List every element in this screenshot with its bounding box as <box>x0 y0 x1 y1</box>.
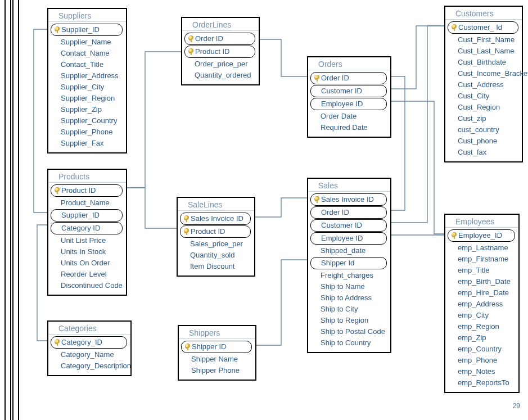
field-sales-invoice-id[interactable]: Sales Invoice ID <box>180 213 251 225</box>
table-orders[interactable]: Orders Order IDCustomer IDEmployee IDOrd… <box>307 56 391 138</box>
field-supplier-city[interactable]: Supplier_City <box>48 82 126 93</box>
field-supplier-id[interactable]: Supplier_ID <box>51 24 123 36</box>
field-sales-price-per[interactable]: Sales_price_per <box>178 238 254 250</box>
field-cust-city[interactable]: Cust_City <box>445 91 522 102</box>
field-ship-to-country[interactable]: Ship to Country <box>308 337 390 349</box>
field-contact-title[interactable]: Contact_Title <box>48 59 126 70</box>
table-fields: Shipper IDShipper NameShipper Phone <box>179 339 255 380</box>
field-cust-birthdate[interactable]: Cust_Birthdate <box>445 57 522 68</box>
field-ship-to-address[interactable]: Ship to Address <box>308 292 390 304</box>
field-order-date[interactable]: Order Date <box>308 111 390 122</box>
field-order-id[interactable]: Order ID <box>184 33 255 45</box>
field-shipper-phone[interactable]: Shipper Phone <box>179 365 255 376</box>
field-employee-id[interactable]: Employee ID <box>310 232 387 245</box>
field-emp-hire-date[interactable]: emp_Hire_Date <box>445 287 518 299</box>
field-emp-birth-date[interactable]: emp_Birth_Date <box>445 276 518 287</box>
field-shipper-id[interactable]: Shipper Id <box>310 257 387 269</box>
field-employee-id[interactable]: Employee_ID <box>448 229 515 242</box>
table-sales[interactable]: Sales Sales Invoice IDOrder IDCustomer I… <box>307 178 391 353</box>
field-quantity-sold[interactable]: Quantity_sold <box>178 250 254 261</box>
field-cust-fax[interactable]: Cust_fax <box>445 147 522 158</box>
field-supplier-name[interactable]: Supplier_Name <box>48 37 126 48</box>
field-item-discount[interactable]: Item Discount <box>178 261 254 272</box>
table-products[interactable]: Products Product IDProduct_NameSupplier_… <box>47 169 127 296</box>
field-product-id[interactable]: Product ID <box>51 184 123 197</box>
field-label: emp_Hire_Date <box>458 288 509 297</box>
field-supplier-region[interactable]: Supplier_Region <box>48 93 126 104</box>
field-cust-phone[interactable]: Cust_phone <box>445 136 522 147</box>
field-label: Ship to Name <box>321 282 365 291</box>
field-cust-last-name[interactable]: Cust_Last_Name <box>445 46 522 57</box>
table-categories[interactable]: Categories Category_IDCategory_NameCateg… <box>47 320 132 376</box>
field-required-date[interactable]: Required Date <box>308 122 390 133</box>
field-label: Product_Name <box>61 198 110 207</box>
field-employee-id[interactable]: Employee ID <box>310 98 387 110</box>
field-category-id[interactable]: Category_ID <box>51 336 127 349</box>
field-emp-lastname[interactable]: emp_Lastname <box>445 242 518 254</box>
field-shipped-date[interactable]: Shipped_date <box>308 245 390 256</box>
table-suppliers[interactable]: Suppliers Supplier_IDSupplier_NameContac… <box>47 8 127 153</box>
field-ship-to-city[interactable]: Ship to City <box>308 304 390 315</box>
field-ship-to-postal-code[interactable]: Ship to Postal Code <box>308 326 390 337</box>
field-cust-zip[interactable]: Cust_zip <box>445 113 522 124</box>
field-order-id[interactable]: Order ID <box>310 206 387 219</box>
table-orderlines[interactable]: OrderLines Order IDProduct IDOrder_price… <box>181 17 260 85</box>
field-product-name[interactable]: Product_Name <box>48 197 126 209</box>
field-contact-name[interactable]: Contact_Name <box>48 48 126 59</box>
field-label: Customer_ Id <box>458 23 502 31</box>
field-emp-reportsto[interactable]: emp_ReportsTo <box>445 377 518 389</box>
field-emp-region[interactable]: emp_Region <box>445 321 518 332</box>
field-emp-country[interactable]: emp_Country <box>445 344 518 355</box>
field-label: Quantity_sold <box>190 251 235 259</box>
field-supplier-country[interactable]: Supplier_Country <box>48 115 126 127</box>
field-units-in-stock[interactable]: Units In Stock <box>48 246 126 258</box>
field-emp-firstname[interactable]: emp_Firstname <box>445 254 518 265</box>
field-shipper-name[interactable]: Shipper Name <box>179 354 255 365</box>
field-emp-phone[interactable]: emp_Phone <box>445 355 518 366</box>
field-order-id[interactable]: Order ID <box>310 72 387 84</box>
field-shipper-id[interactable]: Shipper ID <box>181 341 252 353</box>
field-order-price-per[interactable]: Order_price_per <box>182 58 259 70</box>
field-label: emp_Region <box>458 322 499 331</box>
field-product-id[interactable]: Product ID <box>184 46 255 58</box>
field-customer-id[interactable]: Customer ID <box>310 85 387 97</box>
field-discontinued-code[interactable]: Discontinued Code <box>48 280 126 291</box>
field-cust-country[interactable]: cust_country <box>445 124 522 136</box>
field-emp-city[interactable]: emp_City <box>445 310 518 321</box>
field-category-id[interactable]: Category ID <box>51 222 123 234</box>
field-ship-to-name[interactable]: Ship to Name <box>308 281 390 292</box>
field-sales-invoice-id[interactable]: Sales Invoice ID <box>310 193 387 206</box>
field-supplier-fax[interactable]: Supplier_Fax <box>48 138 126 149</box>
table-customers[interactable]: Customers Customer_ IdCust_First_NameCus… <box>444 6 523 162</box>
table-title: Sales <box>308 179 390 192</box>
field-cust-address[interactable]: Cust_Address <box>445 79 522 91</box>
field-supplier-address[interactable]: Supplier_Address <box>48 70 126 82</box>
field-cust-region[interactable]: Cust_Region <box>445 102 522 113</box>
table-shippers[interactable]: Shippers Shipper IDShipper NameShipper P… <box>178 325 256 381</box>
field-reorder-level[interactable]: Reorder Level <box>48 269 126 280</box>
field-category-description[interactable]: Category_Description <box>48 360 130 372</box>
field-supplier-zip[interactable]: Supplier_Zip <box>48 104 126 115</box>
field-label: Ship to Address <box>321 293 372 302</box>
table-title: Employees <box>445 215 518 228</box>
table-salelines[interactable]: SaleLines Sales Invoice IDProduct IDSale… <box>177 197 255 277</box>
field-units-on-order[interactable]: Units On Order <box>48 258 126 269</box>
field-freight-charges[interactable]: Freight_charges <box>308 270 390 281</box>
field-unit-list-price[interactable]: Unit List Price <box>48 235 126 246</box>
field-emp-zip[interactable]: emp_Zip <box>445 332 518 344</box>
field-cust-first-name[interactable]: Cust_First_Name <box>445 34 522 46</box>
field-emp-title[interactable]: emp_Title <box>445 265 518 276</box>
field-emp-address[interactable]: emp_Address <box>445 299 518 310</box>
field-emp-notes[interactable]: emp_Notes <box>445 366 518 377</box>
field-supplier-phone[interactable]: Supplier_Phone <box>48 127 126 138</box>
field-supplier-id[interactable]: Supplier_ID <box>51 209 123 222</box>
field-cust-income-bracket[interactable]: Cust_Income_Bracket <box>445 68 522 79</box>
field-customer-id[interactable]: Customer ID <box>310 219 387 232</box>
field-ship-to-region[interactable]: Ship to Region <box>308 315 390 326</box>
field-customer-id[interactable]: Customer_ Id <box>448 21 518 34</box>
page-number: 29 <box>513 402 520 410</box>
field-product-id[interactable]: Product ID <box>180 225 251 238</box>
table-employees[interactable]: Employees Employee_IDemp_Lastnameemp_Fir… <box>444 214 520 393</box>
field-category-name[interactable]: Category_Name <box>48 349 130 360</box>
field-quantity-ordered[interactable]: Quantity_ordered <box>182 70 259 81</box>
